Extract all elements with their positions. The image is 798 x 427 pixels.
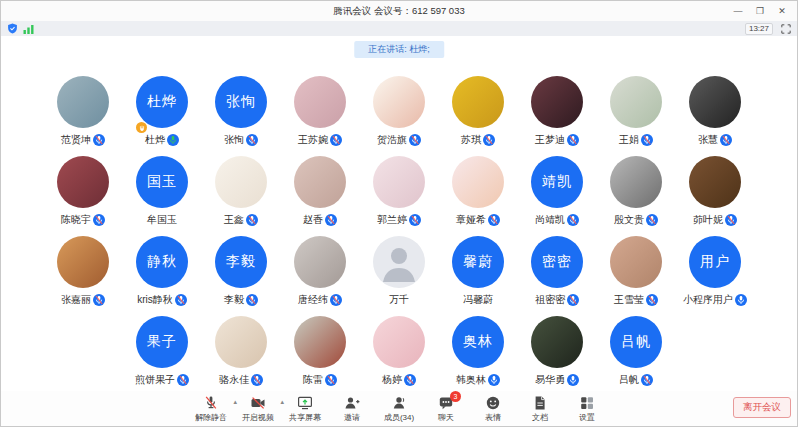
participant-name: 陈雷 [303, 373, 323, 387]
toolbar-label: 表情 [485, 412, 501, 423]
mic-muted-icon [246, 294, 258, 306]
invite-button[interactable]: 邀请 [335, 395, 369, 423]
participant-name-row: 冯馨蔚 [463, 293, 493, 307]
toolbar-label: 开启视频 [242, 412, 274, 423]
participant-tile[interactable]: 靖凯尚靖凯 [522, 156, 592, 236]
participant-tile[interactable]: 殷文贵 [601, 156, 671, 236]
participant-tile[interactable]: 赵香 [285, 156, 355, 236]
participant-tile[interactable]: 果子煎饼果子 [127, 316, 197, 396]
documents-button[interactable]: 文档 [523, 395, 557, 423]
unmute-button[interactable]: 解除静音 ▴ [194, 395, 228, 423]
participant-tile[interactable]: 郭兰婷 [364, 156, 434, 236]
minimize-button[interactable]: — [727, 1, 749, 21]
participant-tile[interactable]: 贺浩旗 [364, 76, 434, 156]
participant-name: 郭兰婷 [377, 213, 407, 227]
toolbar-label: 成员(34) [384, 412, 414, 423]
emoji-button[interactable]: 表情 [476, 395, 510, 423]
participant-name: 陈晓宇 [61, 213, 91, 227]
participant-name: 杨婷 [382, 373, 402, 387]
photo-avatar [294, 316, 346, 368]
mic-muted-icon [641, 374, 653, 386]
initials-avatar: 果子 [136, 316, 188, 368]
participant-name-row: 易华勇 [535, 373, 579, 387]
chat-button[interactable]: 聊天 3 [429, 395, 463, 423]
participant-tile[interactable]: 杨婷 [364, 316, 434, 396]
participant-tile[interactable]: 王梦迪 [522, 76, 592, 156]
participant-tile[interactable]: 吕帆吕帆 [601, 316, 671, 396]
participant-tile[interactable]: 范贤坤 [48, 76, 118, 156]
participant-tile[interactable]: 张恂张恂 [206, 76, 276, 156]
camera-options-caret[interactable]: ▴ [280, 398, 284, 406]
photo-avatar [531, 316, 583, 368]
mic-muted-icon [93, 294, 105, 306]
mic-on-icon [488, 374, 500, 386]
photo-avatar [215, 156, 267, 208]
participant-name-row: 王雪莹 [614, 293, 658, 307]
leave-meeting-button[interactable]: 离开会议 [733, 397, 791, 418]
mic-muted-icon [246, 214, 258, 226]
mic-muted-icon [720, 134, 732, 146]
participant-tile[interactable]: 杜烨 杜烨 [127, 76, 197, 156]
participant-tile[interactable]: 骆永佳 [206, 316, 276, 396]
participant-row: 陈晓宇 国玉牟国玉王鑫 赵香 郭兰婷 章娅希 靖凯尚靖凯 殷文贵 茆叶妮 [1, 156, 797, 236]
initials-avatar: 吕帆 [610, 316, 662, 368]
participant-name: 张嘉丽 [61, 293, 91, 307]
participant-tile[interactable]: 张慧 [680, 76, 750, 156]
settings-button[interactable]: 设置 [570, 395, 604, 423]
participant-tile[interactable]: 苏琪 [443, 76, 513, 156]
participant-name: 王鑫 [224, 213, 244, 227]
participant-tile[interactable]: 茆叶妮 [680, 156, 750, 236]
mic-muted-icon [404, 374, 416, 386]
participant-tile[interactable]: 国玉牟国玉 [127, 156, 197, 236]
chat-unread-badge: 3 [450, 391, 461, 402]
participant-tile[interactable]: 奥林韩奥林 [443, 316, 513, 396]
mic-muted-icon [567, 134, 579, 146]
participant-tile[interactable]: 王娟 [601, 76, 671, 156]
participant-tile[interactable]: 静秋kris静秋 [127, 236, 197, 316]
share-screen-icon [297, 395, 313, 411]
start-video-button[interactable]: 开启视频 ▴ [241, 395, 275, 423]
participant-name: 王梦迪 [535, 133, 565, 147]
participant-tile[interactable]: 唐经纬 [285, 236, 355, 316]
participant-tile[interactable]: 陈雷 [285, 316, 355, 396]
network-signal-icon[interactable] [23, 20, 35, 38]
mic-muted-icon [409, 214, 421, 226]
close-button[interactable]: ✕ [771, 1, 793, 21]
participant-name: 骆永佳 [219, 373, 249, 387]
toolbar-label: 邀请 [344, 412, 360, 423]
initials-avatar: 张恂 [215, 76, 267, 128]
participant-name-row: 李毅 [224, 293, 258, 307]
participant-tile[interactable]: 王鑫 [206, 156, 276, 236]
participant-tile[interactable]: 王苏婉 [285, 76, 355, 156]
members-button[interactable]: 成员(34) [382, 395, 416, 423]
initials-avatar: 杜烨 [136, 76, 188, 128]
participant-tile[interactable]: 章娅希 [443, 156, 513, 236]
participant-tile[interactable]: 陈晓宇 [48, 156, 118, 236]
apps-grid-icon [579, 395, 595, 411]
participant-name-row: 骆永佳 [219, 373, 263, 387]
participant-name-row: 陈雷 [303, 373, 337, 387]
participant-tile[interactable]: 王雪莹 [601, 236, 671, 316]
camera-off-icon [250, 395, 266, 411]
photo-avatar [610, 76, 662, 128]
maximize-button[interactable]: ❐ [749, 1, 771, 21]
share-screen-button[interactable]: 共享屏幕 [288, 395, 322, 423]
participant-tile[interactable]: 馨蔚冯馨蔚 [443, 236, 513, 316]
participant-name: 王苏婉 [298, 133, 328, 147]
participant-name: 万千 [389, 293, 409, 307]
mic-options-caret[interactable]: ▴ [233, 398, 237, 406]
participant-tile[interactable]: 万千 [364, 236, 434, 316]
participant-tile[interactable]: 密密祖密密 [522, 236, 592, 316]
mic-muted-icon [641, 134, 653, 146]
fullscreen-icon[interactable] [781, 20, 791, 38]
toolbar: 解除静音 ▴ 开启视频 ▴ 共享屏幕 邀请 成员(34) 聊天 3 [1, 391, 797, 426]
members-icon [391, 395, 407, 411]
participant-tile[interactable]: 李毅李毅 [206, 236, 276, 316]
participant-name: 煎饼果子 [135, 373, 175, 387]
participant-tile[interactable]: 用户小程序用户 [680, 236, 750, 316]
initials-avatar: 国玉 [136, 156, 188, 208]
participant-tile[interactable]: 张嘉丽 [48, 236, 118, 316]
initials-avatar: 密密 [531, 236, 583, 288]
toolbar-label: 文档 [532, 412, 548, 423]
participant-tile[interactable]: 易华勇 [522, 316, 592, 396]
